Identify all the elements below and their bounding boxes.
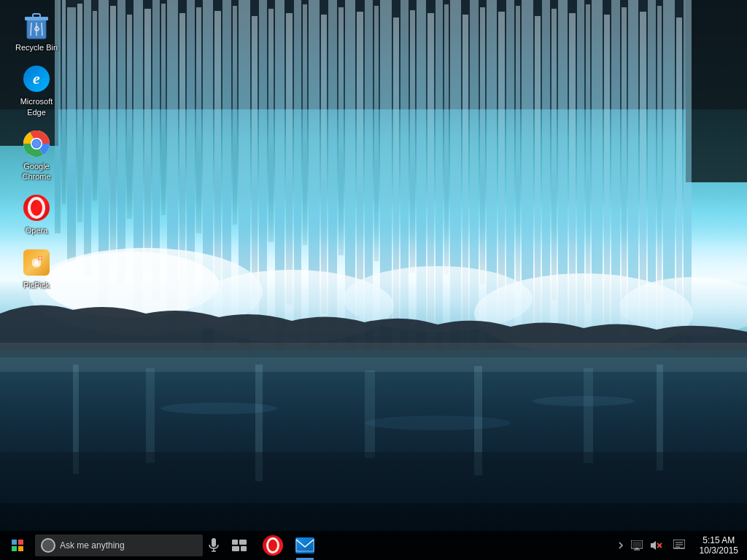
desktop: ♻ Recycle Bin e Microsoft Edge (0, 0, 747, 560)
svg-rect-32 (303, 4, 307, 245)
svg-rect-102 (33, 14, 40, 18)
svg-rect-40 (374, 6, 379, 261)
svg-text:♻: ♻ (34, 25, 40, 33)
svg-rect-24 (233, 6, 237, 225)
microsoft-edge-label: Microsoft Edge (10, 96, 63, 117)
svg-rect-12 (127, 15, 132, 219)
svg-rect-92 (584, 368, 593, 463)
opera-image (22, 193, 51, 222)
clock-time: 5:15 AM (703, 535, 735, 545)
google-chrome-label: Google Chrome (10, 161, 63, 182)
svg-rect-36 (338, 7, 344, 255)
svg-rect-7 (84, 0, 91, 277)
svg-rect-2 (686, 0, 747, 182)
opera-icon-desktop[interactable]: Opera (7, 190, 66, 238)
svg-line-100 (42, 23, 42, 36)
svg-rect-52 (480, 7, 485, 284)
taskbar-mail[interactable] (289, 531, 321, 560)
svg-rect-14 (144, 9, 151, 271)
svg-rect-124 (296, 538, 314, 553)
show-hidden-icons-button[interactable] (616, 541, 625, 550)
recycle-bin-label: Recycle Bin (15, 42, 58, 52)
svg-rect-26 (252, 16, 258, 300)
taskbar-apps (257, 531, 321, 560)
tray-icons (628, 531, 665, 560)
svg-rect-90 (365, 370, 375, 458)
svg-point-108 (33, 140, 40, 147)
svg-rect-119 (232, 540, 238, 545)
clock-date: 10/3/2015 (700, 545, 738, 556)
svg-rect-116 (212, 538, 216, 547)
svg-point-112 (34, 260, 39, 265)
svg-rect-122 (241, 546, 247, 551)
svg-rect-10 (110, 6, 116, 261)
svg-rect-68 (622, 7, 627, 314)
search-placeholder-text: Ask me anything (60, 540, 197, 551)
taskbar-opera[interactable] (257, 531, 289, 560)
desktop-icons: ♻ Recycle Bin e Microsoft Edge (7, 7, 66, 293)
clock-display[interactable]: 5:15 AM 10/3/2015 (694, 531, 744, 560)
svg-rect-60 (551, 9, 557, 300)
start-button[interactable] (0, 531, 35, 560)
svg-rect-48 (444, 4, 449, 274)
windows-logo-icon (12, 540, 23, 551)
svg-rect-22 (214, 11, 221, 288)
svg-rect-56 (516, 6, 520, 290)
taskbar-search[interactable]: Ask me anything (35, 534, 203, 556)
svg-line-98 (31, 23, 31, 36)
recycle-bin-image: ♻ (22, 10, 51, 39)
microsoft-edge-icon[interactable]: e Microsoft Edge (7, 61, 66, 120)
cortana-icon (41, 538, 55, 553)
network-tray-icon[interactable] (628, 531, 646, 560)
microsoft-edge-image: e (22, 64, 51, 93)
svg-rect-30 (286, 13, 293, 305)
svg-rect-20 (196, 7, 201, 233)
svg-rect-64 (586, 4, 590, 303)
svg-point-85 (365, 416, 511, 430)
svg-rect-11 (117, 0, 125, 284)
picpick-image (22, 248, 51, 277)
google-chrome-icon[interactable]: Google Chrome (7, 126, 66, 185)
action-center-button[interactable] (667, 531, 691, 560)
svg-rect-120 (239, 540, 247, 545)
volume-tray-icon[interactable] (647, 531, 665, 560)
svg-rect-28 (268, 9, 274, 242)
svg-rect-88 (146, 368, 155, 463)
svg-rect-18 (179, 13, 185, 283)
svg-rect-38 (357, 12, 363, 318)
taskbar: Ask me anything (0, 531, 747, 560)
svg-rect-8 (93, 11, 97, 201)
svg-rect-121 (232, 546, 239, 551)
svg-rect-44 (410, 10, 415, 273)
microphone-button[interactable] (203, 531, 225, 560)
picpick-icon-desktop[interactable]: PicPick (7, 245, 66, 293)
system-tray: 5:15 AM 10/3/2015 (616, 531, 747, 560)
svg-rect-94 (0, 343, 747, 372)
recycle-bin-icon[interactable]: ♻ Recycle Bin (7, 7, 66, 55)
picpick-label: PicPick (23, 280, 50, 290)
ice-overlay (0, 0, 747, 560)
svg-rect-34 (321, 15, 327, 314)
svg-rect-72 (657, 6, 662, 319)
svg-rect-6 (77, 4, 82, 222)
google-chrome-image (22, 129, 51, 158)
svg-rect-16 (161, 4, 166, 215)
svg-rect-95 (0, 452, 747, 496)
opera-taskbar-icon (263, 535, 283, 556)
task-view-button[interactable] (225, 531, 254, 560)
svg-rect-5 (67, 7, 76, 262)
svg-rect-131 (632, 542, 641, 547)
opera-label: Opera (26, 225, 48, 236)
